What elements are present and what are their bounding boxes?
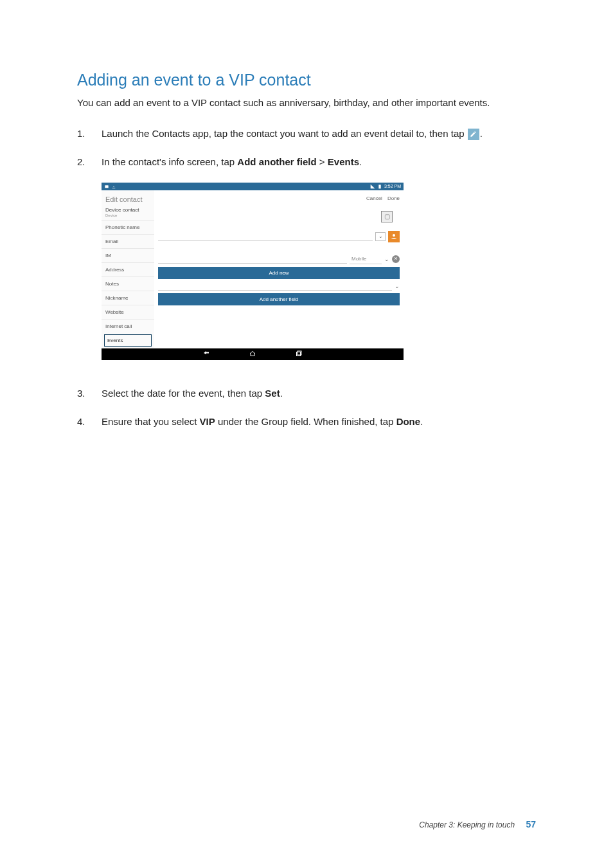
step-text: Ensure that you select VIP under the Gro… — [102, 414, 536, 429]
step-1-post: . — [480, 128, 483, 139]
step-3-pre: Select the date for the event, then tap — [102, 388, 265, 399]
sidebar-item-notes[interactable]: Notes — [102, 276, 154, 291]
cancel-button[interactable]: Cancel — [366, 195, 382, 201]
step-3-bold1: Set — [265, 388, 280, 399]
intro-paragraph: You can add an event to a VIP contact su… — [77, 96, 536, 111]
chevron-down-icon[interactable]: ⌄ — [395, 283, 400, 289]
section-heading: Adding an event to a VIP contact — [77, 71, 536, 89]
chevron-down-icon[interactable]: ⌄ — [384, 256, 389, 262]
download-status-icon — [111, 184, 116, 189]
svg-rect-1 — [378, 185, 380, 188]
name-input[interactable] — [158, 232, 373, 241]
home-nav-icon[interactable] — [249, 348, 256, 360]
step-2-bold2: Events — [328, 156, 359, 167]
phone-input[interactable] — [158, 255, 347, 264]
sidebar-item-nickname[interactable]: Nickname — [102, 291, 154, 305]
step-number: 3. — [77, 386, 90, 401]
signal-status-icon — [370, 184, 375, 189]
step-4-pre: Ensure that you select — [102, 416, 200, 427]
done-button[interactable]: Done — [387, 195, 400, 201]
edit-contact-mainpane: Cancel Done ▢ ⌄ — [154, 190, 404, 348]
phone-type-select[interactable]: Mobile — [350, 254, 382, 264]
add-new-button[interactable]: Add new — [158, 267, 400, 279]
step-text: Select the date for the event, then tap … — [102, 386, 536, 401]
step-text: Launch the Contacts app, tap the contact… — [102, 126, 536, 141]
contact-card-icon: ▢ — [381, 211, 393, 222]
step-4: 4. Ensure that you select VIP under the … — [77, 414, 536, 429]
step-2: 2. In the contact's info screen, tap Add… — [77, 154, 536, 170]
step-4-post: . — [420, 416, 423, 427]
step-4-bold1: VIP — [200, 416, 215, 427]
remove-field-icon[interactable]: × — [392, 255, 400, 263]
step-4-bold2: Done — [396, 416, 421, 427]
step-number: 2. — [77, 154, 90, 170]
account-label[interactable]: Device contact — [102, 204, 154, 213]
sidebar-item-email[interactable]: Email — [102, 234, 154, 248]
step-4-mid: under the Group field. When finished, ta… — [215, 416, 396, 427]
sidebar-item-website[interactable]: Website — [102, 305, 154, 319]
sidebar-item-phonetic-name[interactable]: Phonetic name — [102, 220, 154, 234]
page-number: 57 — [526, 819, 536, 829]
secondary-input[interactable] — [158, 282, 392, 291]
android-nav-bar — [102, 348, 404, 360]
step-1-pre: Launch the Contacts app, tap the contact… — [102, 128, 467, 139]
svg-rect-3 — [297, 352, 301, 356]
recents-nav-icon[interactable] — [295, 348, 303, 360]
add-another-field-button[interactable]: Add another field — [158, 293, 400, 305]
step-1: 1. Launch the Contacts app, tap the cont… — [77, 126, 536, 141]
account-sublabel: Device — [102, 213, 154, 220]
chapter-label: Chapter 3: Keeping in touch — [419, 820, 515, 829]
sidebar-title: Edit contact — [102, 190, 154, 204]
step-number: 4. — [77, 414, 90, 429]
step-3-post: . — [280, 388, 283, 399]
expand-name-chevron[interactable]: ⌄ — [375, 232, 386, 241]
sidebar-item-events[interactable]: Events — [104, 334, 152, 347]
step-2-post: . — [359, 156, 362, 167]
status-time: 3:52 PM — [384, 184, 401, 188]
sidebar-item-address[interactable]: Address — [102, 262, 154, 276]
camera-status-icon — [104, 184, 109, 189]
page-footer: Chapter 3: Keeping in touch 57 — [419, 819, 536, 829]
contact-avatar-icon[interactable] — [388, 231, 400, 242]
sidebar-item-im[interactable]: IM — [102, 248, 154, 262]
edit-contact-screenshot: 3:52 PM Edit contact Device contact Devi… — [102, 183, 404, 360]
back-nav-icon[interactable] — [202, 348, 210, 360]
step-2-pre: In the contact's info screen, tap — [102, 156, 237, 167]
contact-photo-placeholder[interactable]: ▢ — [375, 205, 398, 228]
step-3: 3. Select the date for the event, then t… — [77, 386, 536, 401]
step-2-mid: > — [317, 156, 328, 167]
edit-pencil-icon — [468, 129, 479, 140]
svg-rect-4 — [298, 351, 301, 355]
step-2-bold1: Add another field — [237, 156, 316, 167]
svg-point-2 — [393, 234, 395, 237]
step-text: In the contact's info screen, tap Add an… — [102, 154, 536, 170]
svg-rect-0 — [105, 185, 108, 188]
sidebar-item-internet-call[interactable]: Internet call — [102, 319, 154, 333]
android-status-bar: 3:52 PM — [102, 183, 404, 190]
step-number: 1. — [77, 126, 90, 141]
edit-contact-sidebar: Edit contact Device contact Device Phone… — [102, 190, 154, 348]
battery-status-icon — [377, 184, 382, 189]
